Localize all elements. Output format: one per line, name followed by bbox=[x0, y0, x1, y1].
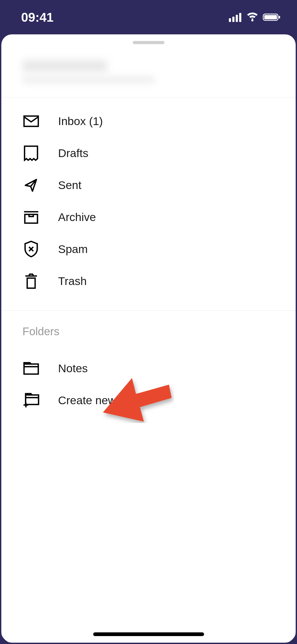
svg-rect-3 bbox=[239, 13, 241, 22]
svg-rect-0 bbox=[229, 18, 231, 22]
cellular-icon bbox=[229, 12, 242, 22]
status-time: 09:41 bbox=[21, 10, 54, 25]
status-bar: 09:41 bbox=[0, 0, 297, 34]
svg-point-4 bbox=[251, 19, 253, 21]
menu-label: Drafts bbox=[58, 147, 88, 160]
drafts-icon bbox=[22, 145, 40, 162]
menu-label: Inbox (1) bbox=[58, 115, 103, 128]
menu-item-sent[interactable]: Sent bbox=[1, 169, 296, 201]
menu-item-drafts[interactable]: Drafts bbox=[1, 137, 296, 169]
folders-section-header: Folders bbox=[1, 316, 296, 344]
svg-rect-7 bbox=[279, 16, 280, 19]
menu-item-notes[interactable]: Notes bbox=[1, 352, 296, 384]
sent-icon bbox=[22, 177, 40, 194]
section-divider bbox=[1, 310, 296, 311]
menu-item-spam[interactable]: Spam bbox=[1, 233, 296, 265]
menu-item-create-folder[interactable]: Create new folder bbox=[1, 384, 296, 416]
menu-label: Trash bbox=[58, 275, 87, 288]
spam-icon bbox=[22, 241, 40, 258]
wifi-icon bbox=[246, 12, 259, 22]
account-email-blurred bbox=[22, 76, 154, 84]
svg-rect-21 bbox=[26, 395, 39, 404]
svg-rect-2 bbox=[236, 15, 238, 22]
menu-label: Notes bbox=[58, 362, 88, 375]
menu-item-trash[interactable]: Trash bbox=[1, 265, 296, 297]
menu-label: Sent bbox=[58, 179, 81, 192]
trash-icon bbox=[22, 273, 40, 290]
home-indicator[interactable] bbox=[93, 632, 204, 636]
battery-icon bbox=[263, 12, 281, 22]
svg-rect-11 bbox=[25, 214, 37, 223]
account-header[interactable] bbox=[1, 55, 296, 97]
status-icons bbox=[229, 12, 281, 22]
svg-rect-19 bbox=[24, 364, 38, 374]
menu-item-archive[interactable]: Archive bbox=[1, 201, 296, 233]
menu-label: Spam bbox=[58, 243, 88, 256]
svg-rect-18 bbox=[27, 278, 35, 288]
folders-list: Notes Create new folder bbox=[1, 344, 296, 424]
menu-label: Create new folder bbox=[58, 394, 148, 407]
svg-rect-1 bbox=[232, 17, 234, 22]
drag-handle[interactable] bbox=[133, 41, 164, 44]
bottom-sheet: Inbox (1) Drafts Sent bbox=[1, 34, 296, 643]
menu-item-inbox[interactable]: Inbox (1) bbox=[1, 105, 296, 137]
svg-rect-6 bbox=[264, 15, 277, 19]
folder-add-icon bbox=[22, 392, 40, 409]
menu-label: Archive bbox=[58, 211, 96, 224]
folder-icon bbox=[22, 360, 40, 377]
archive-icon bbox=[22, 209, 40, 226]
envelope-icon bbox=[22, 113, 40, 130]
account-name-blurred bbox=[22, 60, 107, 72]
mailbox-list: Inbox (1) Drafts Sent bbox=[1, 97, 296, 305]
